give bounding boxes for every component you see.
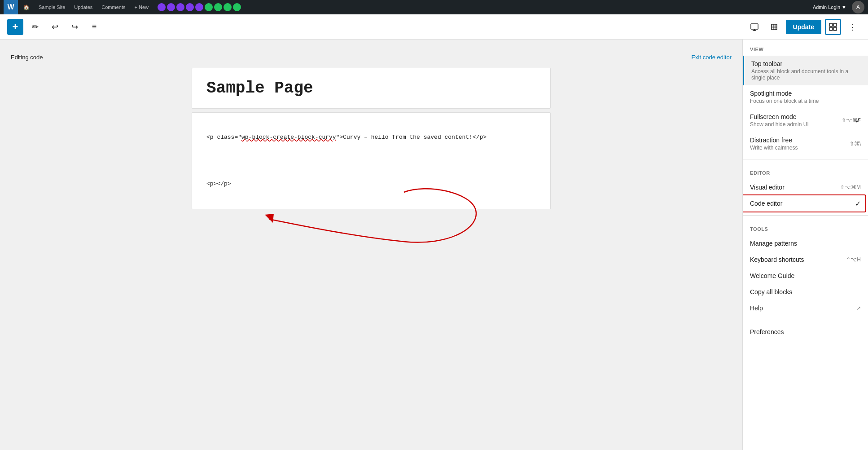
svg-rect-4 <box>833 23 837 26</box>
tools-section-header: TOOLS <box>743 219 868 235</box>
editing-code-label: Editing code <box>11 54 43 61</box>
editing-code-bar: Editing code Exit code editor <box>11 50 732 68</box>
exit-code-editor-link[interactable]: Exit code editor <box>691 54 732 61</box>
update-button[interactable]: Update <box>786 20 821 34</box>
add-block-button[interactable]: + <box>7 19 23 35</box>
manage-patterns-title: Manage patterns <box>750 240 861 247</box>
more-options-button[interactable]: ⋮ <box>845 19 861 35</box>
help-title: Help <box>750 304 763 312</box>
copy-all-blocks-title: Copy all blocks <box>750 288 861 296</box>
keyboard-shortcuts-title: Keyboard shortcuts <box>750 256 861 263</box>
redo-button[interactable]: ↪ <box>66 19 83 35</box>
keyboard-shortcuts-item[interactable]: Keyboard shortcuts ⌃⌥H <box>743 251 868 268</box>
divider-3 <box>743 320 868 320</box>
divider-1 <box>743 159 868 159</box>
svg-rect-0 <box>751 24 758 29</box>
distraction-free-item[interactable]: Distraction free Write with calmness ⇧⌘\ <box>743 132 868 155</box>
code-line-2 <box>206 124 536 133</box>
preview-button[interactable] <box>746 19 763 35</box>
manage-patterns-item[interactable]: Manage patterns <box>743 235 868 251</box>
admin-bar-user[interactable]: Admin Login ▼ <box>809 0 850 14</box>
editor-section-header: EDITOR <box>743 163 868 179</box>
svg-rect-6 <box>833 27 837 31</box>
admin-bar-home[interactable]: 🏠 <box>20 0 33 14</box>
spotlight-mode-item[interactable]: Spotlight mode Focus on one block at a t… <box>743 85 868 109</box>
code-line-7 <box>206 161 536 170</box>
top-toolbar-title: Top toolbar <box>751 60 861 67</box>
top-toolbar-desc: Access all block and document tools in a… <box>751 68 861 81</box>
fullscreen-mode-item[interactable]: Fullscreen mode Show and hide admin UI ⇧… <box>743 109 868 132</box>
code-editor-title: Code editor <box>750 200 861 207</box>
welcome-guide-title: Welcome Guide <box>750 272 861 279</box>
code-line-10: <p></p> <box>206 180 536 189</box>
code-editor-block[interactable]: <p class="wp-block-create-block-curvy">C… <box>192 112 551 209</box>
view-section-header: VIEW <box>743 40 868 56</box>
admin-bar-site[interactable]: Sample Site <box>35 0 69 14</box>
list-view-button[interactable]: ≡ <box>86 19 102 35</box>
dropdown-panel: VIEW Top toolbar Access all block and do… <box>742 40 868 450</box>
editor-toolbar: + ✏ ↩ ↪ ≡ Update ⋮ <box>0 14 868 40</box>
divider-2 <box>743 215 868 216</box>
admin-avatar[interactable]: A <box>852 1 864 13</box>
code-line-11 <box>206 189 536 199</box>
welcome-guide-item[interactable]: Welcome Guide <box>743 268 868 284</box>
preferences-item[interactable]: Preferences <box>743 324 868 340</box>
top-toolbar-item[interactable]: Top toolbar Access all block and documen… <box>743 56 868 85</box>
svg-rect-5 <box>829 27 833 31</box>
distraction-free-shortcut: ⇧⌘\ <box>850 141 861 147</box>
code-line-3: <p class="wp-block-create-block-curvy">C… <box>206 133 536 142</box>
tools-button[interactable]: ✏ <box>27 19 43 35</box>
code-editor-check: ✓ <box>855 199 861 208</box>
visual-editor-shortcut: ⇧⌥⌘M <box>840 184 861 190</box>
distraction-free-title: Distraction free <box>750 137 861 144</box>
settings-button[interactable] <box>825 19 841 35</box>
admin-bar-comments[interactable]: Comments <box>98 0 129 14</box>
view-post-button[interactable] <box>766 19 782 35</box>
keyboard-shortcuts-shortcut: ⌃⌥H <box>846 256 861 263</box>
undo-button[interactable]: ↩ <box>47 19 63 35</box>
page-title-block: Sample Page <box>192 68 551 109</box>
external-link-icon: ↗ <box>856 305 861 311</box>
code-line-9 <box>206 170 536 180</box>
code-editor-item[interactable]: Code editor ✓ <box>743 195 868 212</box>
spotlight-mode-desc: Focus on one block at a time <box>750 98 861 104</box>
fullscreen-check: ✓ <box>855 116 861 125</box>
page-title-text: Sample Page <box>206 79 313 97</box>
editor-main: Editing code Exit code editor Sample Pag… <box>0 40 868 450</box>
admin-bar-new[interactable]: + New <box>131 0 152 14</box>
copy-all-blocks-item[interactable]: Copy all blocks <box>743 284 868 300</box>
visual-editor-item[interactable]: Visual editor ⇧⌥⌘M <box>743 179 868 195</box>
spotlight-mode-title: Spotlight mode <box>750 90 861 97</box>
code-line-6 <box>206 151 536 161</box>
distraction-free-desc: Write with calmness <box>750 145 861 151</box>
svg-marker-7 <box>265 214 274 223</box>
svg-rect-3 <box>829 23 833 26</box>
wp-logo[interactable]: W <box>4 0 18 14</box>
preferences-title: Preferences <box>750 328 861 335</box>
admin-bar-updates[interactable]: Updates <box>70 0 96 14</box>
code-line-4 <box>206 142 536 152</box>
admin-bar: W 🏠 Sample Site Updates Comments + New A… <box>0 0 868 14</box>
content-area: Editing code Exit code editor Sample Pag… <box>0 40 742 450</box>
help-item[interactable]: Help ↗ <box>743 300 868 316</box>
